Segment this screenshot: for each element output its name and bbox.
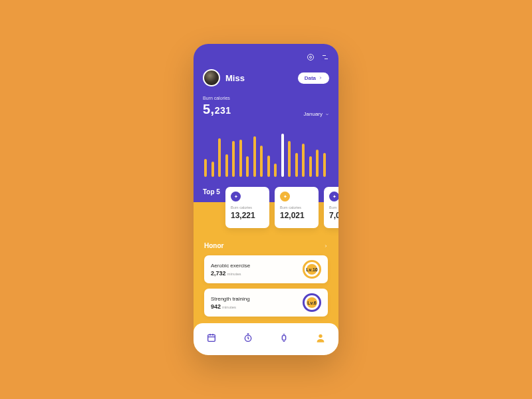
card-value: 12,021: [280, 211, 313, 220]
chart-bar[interactable]: [281, 134, 284, 177]
chart-bar[interactable]: [274, 164, 277, 177]
chevron-right-icon: [319, 76, 323, 80]
top5-card[interactable]: ✦ Burn calories 12,021: [275, 187, 319, 228]
level-badge: Lv.6: [307, 297, 317, 308]
header-panel: Miss Data Burn calories 5,231 January To…: [194, 44, 338, 202]
level-badge: Lv.10: [307, 264, 317, 275]
svg-rect-4: [283, 336, 286, 340]
metric-value: 5,231: [203, 102, 231, 117]
settings-icon[interactable]: [307, 52, 315, 64]
level-ring: Lv.6: [303, 293, 321, 312]
level-ring: Lv.10: [303, 260, 321, 279]
top5-card[interactable]: ✦ Burn 7,0: [324, 187, 338, 228]
metric-label: Burn calories: [203, 96, 231, 100]
card-label: Burn calories: [231, 205, 264, 209]
honor-item[interactable]: Aerobic exercise 2,732minutes Lv.10: [204, 255, 328, 283]
top5-title: Top 5: [203, 188, 220, 196]
honor-item-value: 942minutes: [211, 303, 250, 310]
nav-calendar-icon[interactable]: [206, 332, 217, 346]
card-label: Burn: [329, 205, 338, 209]
month-selector[interactable]: January: [304, 111, 329, 117]
calories-bar-chart: [203, 129, 329, 177]
top5-card-row[interactable]: ✦ Burn calories 13,221 ✦ Burn calories 1…: [225, 187, 338, 228]
grid-icon: ✦: [280, 192, 290, 201]
nav-profile-icon[interactable]: [315, 332, 326, 346]
card-label: Burn calories: [280, 205, 313, 209]
chart-bar[interactable]: [239, 140, 242, 177]
svg-point-5: [319, 334, 322, 338]
honor-title: Honor: [204, 242, 223, 249]
honor-item-title: Strength training: [211, 296, 250, 302]
chart-bar[interactable]: [218, 138, 221, 177]
card-value: 7,0: [329, 211, 338, 220]
honor-header[interactable]: Honor: [194, 242, 338, 249]
chart-bar[interactable]: [288, 141, 291, 177]
card-value: 13,221: [231, 211, 264, 220]
chart-bar[interactable]: [246, 156, 249, 177]
bottom-navbar: [194, 323, 338, 355]
chart-bar[interactable]: [253, 136, 256, 177]
chart-bar[interactable]: [309, 156, 312, 177]
phone-frame: Miss Data Burn calories 5,231 January To…: [194, 44, 338, 355]
chart-bar[interactable]: [232, 141, 235, 177]
chart-bar[interactable]: [211, 162, 214, 177]
chevron-right-icon: [324, 244, 328, 248]
month-label: January: [304, 111, 323, 117]
chart-bar[interactable]: [267, 156, 270, 177]
chart-bar[interactable]: [204, 159, 207, 177]
sun-icon: ✦: [329, 192, 338, 201]
chart-bar[interactable]: [316, 150, 319, 177]
expand-icon[interactable]: [321, 52, 329, 64]
data-button[interactable]: Data: [298, 72, 329, 84]
nav-watch-icon[interactable]: [279, 332, 289, 346]
honor-list: Aerobic exercise 2,732minutes Lv.10 Stre…: [204, 255, 328, 317]
chart-bar[interactable]: [225, 154, 228, 177]
avatar[interactable]: [203, 69, 220, 86]
honor-item-value: 2,732minutes: [211, 270, 250, 277]
svg-point-0: [310, 57, 312, 59]
chart-bar[interactable]: [302, 144, 305, 177]
chart-bar[interactable]: [260, 146, 263, 177]
nav-timer-icon[interactable]: [243, 332, 253, 346]
sun-icon: ✦: [231, 192, 241, 201]
username: Miss: [225, 73, 245, 83]
honor-item[interactable]: Strength training 942minutes Lv.6: [204, 289, 328, 317]
honor-item-title: Aerobic exercise: [211, 263, 250, 269]
chart-bar[interactable]: [295, 153, 298, 177]
chevron-down-icon: [325, 112, 329, 116]
top5-card[interactable]: ✦ Burn calories 13,221: [225, 187, 269, 228]
data-button-label: Data: [305, 75, 316, 81]
svg-point-1: [308, 55, 314, 61]
chart-bar[interactable]: [323, 153, 326, 177]
svg-rect-2: [208, 334, 215, 341]
